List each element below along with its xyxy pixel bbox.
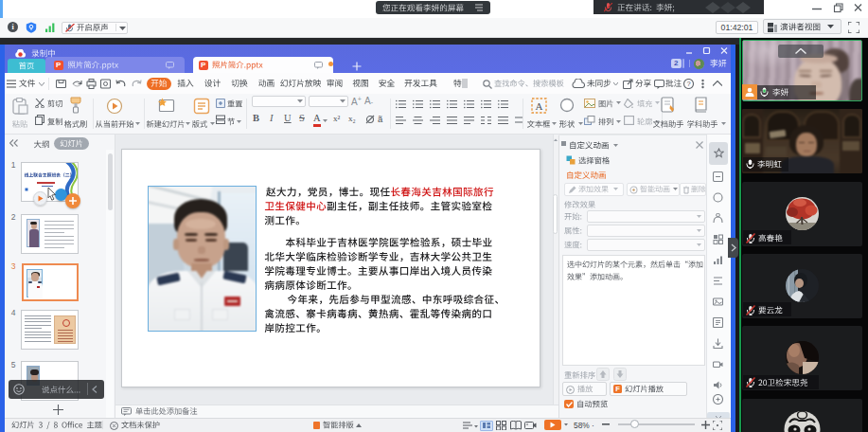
svg-text:A: A: [536, 99, 543, 111]
svg-text:?: ?: [686, 80, 690, 88]
